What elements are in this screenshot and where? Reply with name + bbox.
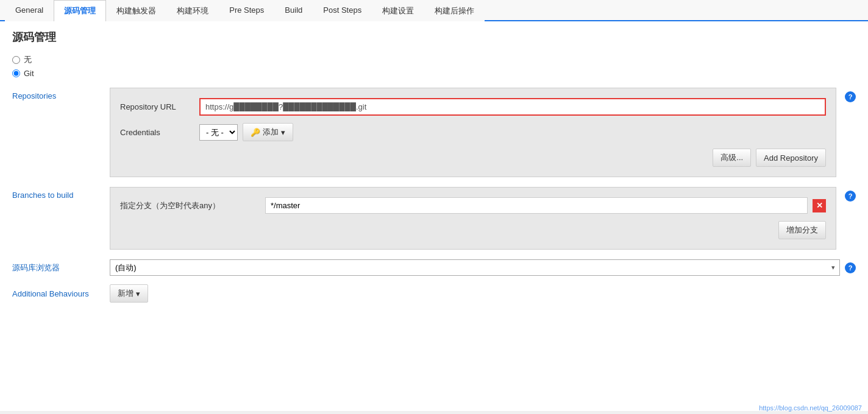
additional-behaviours-row: Additional Behaviours 新增 ▾ <box>12 284 856 303</box>
radio-git-label[interactable]: Git <box>24 69 34 78</box>
repo-url-control <box>199 98 826 116</box>
key-icon: 🔑 <box>251 128 260 137</box>
branches-content: 指定分支（为空时代表any） ✕ 增加分支 <box>110 187 836 250</box>
repositories-outer: Repository URL Credentials - 无 - 🔑 添加 ▾ <box>110 88 856 177</box>
credentials-controls: - 无 - 🔑 添加 ▾ <box>199 123 293 141</box>
source-browser-select[interactable]: (自动) <box>110 259 840 276</box>
repo-url-label: Repository URL <box>120 102 199 111</box>
add-branch-button[interactable]: 增加分支 <box>778 221 826 239</box>
add-credentials-button[interactable]: 🔑 添加 ▾ <box>243 123 293 141</box>
tab-bar: General 源码管理 构建触发器 构建环境 Pre Steps Build … <box>0 0 868 21</box>
new-behaviour-button[interactable]: 新增 ▾ <box>110 284 148 303</box>
branches-help-icon[interactable]: ? <box>845 191 856 202</box>
branches-label: Branches to build <box>12 187 110 200</box>
footer-watermark: https://blog.csdn.net/qq_26009087 <box>759 404 862 411</box>
source-browser-row: 源码库浏览器 (自动) ▾ ? <box>12 259 856 276</box>
repositories-label: Repositories <box>12 88 110 100</box>
add-branch-row: 增加分支 <box>120 221 826 239</box>
radio-none-item: 无 <box>12 54 856 65</box>
page-content: 源码管理 无 Git Repositories Repository URL <box>0 21 868 411</box>
radio-git-item: Git <box>12 69 856 78</box>
branch-input[interactable] <box>265 197 808 214</box>
tab-source-mgmt[interactable]: 源码管理 <box>54 0 106 21</box>
new-behaviour-arrow-icon: ▾ <box>136 289 140 298</box>
add-credentials-label: 添加 <box>263 127 279 138</box>
tab-post-steps[interactable]: Post Steps <box>313 0 372 21</box>
delete-branch-button[interactable]: ✕ <box>813 199 826 212</box>
branches-help: ? <box>840 191 856 202</box>
repositories-help: ? <box>840 91 856 102</box>
credentials-row: Credentials - 无 - 🔑 添加 ▾ <box>120 123 826 141</box>
radio-none[interactable] <box>12 56 20 64</box>
tab-build[interactable]: Build <box>274 0 313 21</box>
repositories-content: Repository URL Credentials - 无 - 🔑 添加 ▾ <box>110 88 836 177</box>
credentials-select[interactable]: - 无 - <box>199 124 238 141</box>
branch-specifier-label: 指定分支（为空时代表any） <box>120 200 260 211</box>
repo-url-input[interactable] <box>199 98 826 116</box>
radio-none-label[interactable]: 无 <box>24 54 32 65</box>
repositories-help-icon[interactable]: ? <box>845 91 856 102</box>
radio-git[interactable] <box>12 69 20 77</box>
additional-behaviours-label: Additional Behaviours <box>12 289 110 298</box>
radio-group: 无 Git <box>12 54 856 78</box>
branches-outer: 指定分支（为空时代表any） ✕ 增加分支 ? <box>110 187 856 250</box>
add-repository-button[interactable]: Add Repository <box>756 149 826 167</box>
tab-pre-steps[interactable]: Pre Steps <box>219 0 274 21</box>
tab-build-settings[interactable]: 构建设置 <box>372 0 424 21</box>
source-browser-select-wrapper: (自动) ▾ <box>110 259 840 276</box>
source-browser-help-icon[interactable]: ? <box>845 262 856 273</box>
new-behaviour-label: 新增 <box>118 288 133 299</box>
branches-section-row: Branches to build 指定分支（为空时代表any） ✕ 增加分支 … <box>12 187 856 250</box>
credentials-label: Credentials <box>120 128 199 137</box>
dropdown-arrow-icon: ▾ <box>281 128 285 137</box>
branch-row: 指定分支（为空时代表any） ✕ <box>120 197 826 214</box>
tab-post-build[interactable]: 构建后操作 <box>424 0 485 21</box>
tab-general[interactable]: General <box>5 0 54 21</box>
page-title: 源码管理 <box>12 30 856 44</box>
tab-build-env[interactable]: 构建环境 <box>166 0 219 21</box>
tab-build-trigger[interactable]: 构建触发器 <box>106 0 166 21</box>
advanced-button[interactable]: 高级... <box>713 149 751 167</box>
repo-url-row: Repository URL <box>120 98 826 116</box>
repositories-section-row: Repositories Repository URL Credentials … <box>12 88 856 177</box>
repo-buttons-row: 高级... Add Repository <box>120 149 826 167</box>
source-browser-label: 源码库浏览器 <box>12 262 110 273</box>
